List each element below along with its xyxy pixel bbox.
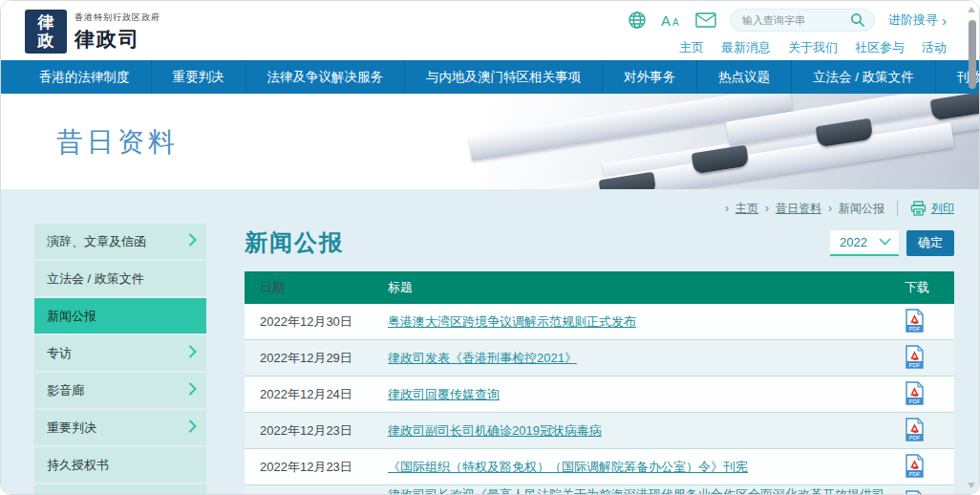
sidebar-item-llp-for-law-firms[interactable]: 律师行有限法律责任合伙经营模式 (34, 484, 206, 495)
sidebar-item-speeches-articles-letters[interactable]: 演辞、文章及信函 (34, 224, 206, 261)
row-date: 2022年12月23日 (245, 422, 388, 440)
quick-link-news[interactable]: 最新消息 (721, 39, 771, 56)
brand-text: 香港特别行政区政府 律政司 (75, 11, 160, 53)
quick-link-about[interactable]: 关于我们 (788, 39, 838, 56)
nav-item-legco-policy-papers[interactable]: 立法会 / 政策文件 (791, 60, 935, 94)
main-navigation: 香港的法律制度 重要判决 法律及争议解决服务 与内地及澳门特区相关事项 对外事务… (1, 60, 979, 94)
press-release-link[interactable]: 律政司发表《香港刑事检控2021》 (388, 351, 577, 365)
sidebar-item-label: 影音廊 (47, 383, 84, 398)
nav-item-legal-dispute-services[interactable]: 法律及争议解决服务 (245, 60, 405, 94)
svg-text:A: A (672, 17, 679, 28)
pdf-download-icon[interactable]: PDF (905, 418, 925, 444)
pdf-download-icon[interactable]: PDF (905, 381, 925, 408)
banner-photo-documents (487, 94, 979, 189)
press-release-link[interactable]: 律政司副司长司机确诊2019冠状病毒病 (388, 423, 602, 438)
quick-link-events[interactable]: 活动 (922, 39, 947, 56)
table-row: 2022年12月29日 律政司发表《香港刑事检控2021》 PDF (245, 340, 954, 377)
sidebar-item-legco-policy-papers[interactable]: 立法会 / 政策文件 (34, 261, 206, 298)
pdf-download-icon[interactable]: PDF (905, 490, 925, 495)
quick-link-home[interactable]: 主页 (679, 39, 704, 56)
department-name: 律政司 (75, 26, 160, 53)
printer-icon (910, 201, 927, 216)
pdf-download-icon[interactable]: PDF (905, 309, 925, 335)
chevron-right-icon: › (942, 12, 947, 29)
svg-text:PDF: PDF (909, 325, 921, 331)
contact-mail-icon[interactable] (695, 10, 716, 31)
sidebar-item-interviews[interactable]: 专访 (34, 335, 206, 373)
print-label: 列印 (931, 201, 954, 217)
confirm-button[interactable]: 确定 (906, 230, 954, 256)
breadcrumb-current-press-releases: 新闻公报 (839, 201, 884, 217)
svg-text:PDF: PDF (909, 398, 921, 403)
content-area: › 主页 › 昔日资料 › 新闻公报 列印 演辞、文章及信函 (1, 189, 979, 495)
year-select[interactable]: 2022 (830, 230, 899, 256)
nav-item-legal-system[interactable]: 香港的法律制度 (1, 60, 151, 94)
column-header-date: 日期 (245, 279, 388, 296)
breadcrumb-separator: › (765, 202, 769, 215)
search-icon[interactable] (849, 11, 866, 29)
font-size-icon[interactable]: A A (661, 10, 682, 31)
nav-item-external-affairs[interactable]: 对外事务 (602, 60, 696, 94)
table-row: 2022年12月24日 律政司回覆传媒查询 PDF (245, 377, 954, 413)
press-release-link[interactable]: 律政司司长欢迎《最高人民法院关于为前海深港现代服务业合作区全面深化改革开放提供司… (388, 487, 884, 495)
sidebar-menu: 演辞、文章及信函 立法会 / 政策文件 新闻公报 专访 (34, 224, 206, 495)
scrollbar-down-arrow[interactable] (968, 483, 975, 488)
vertical-scrollbar[interactable] (967, 5, 976, 490)
chevron-right-icon (188, 345, 197, 362)
table-row: 2022年12月30日 粤港澳大湾区跨境争议调解示范规则正式发布 PDF (245, 304, 954, 340)
quick-links: 主页 最新消息 关于我们 社区参与 活动 (627, 39, 947, 56)
breadcrumb-home[interactable]: 主页 (735, 201, 758, 217)
government-label: 香港特别行政区政府 (75, 11, 160, 24)
seal-char-top: 律 (38, 13, 54, 32)
seal-char-bottom: 政 (38, 32, 54, 50)
advanced-search-link[interactable]: 进阶搜寻 › (888, 11, 947, 29)
sidebar-item-press-releases[interactable]: 新闻公报 (34, 298, 206, 335)
site-header: 律 政 香港特别行政区政府 律政司 A A (1, 1, 979, 60)
press-releases-table: 日期 标题 下载 2022年12月30日 粤港澳大湾区跨境争议调解示范规则正式发… (245, 271, 954, 495)
quick-link-community[interactable]: 社区参与 (855, 39, 905, 56)
site-logo[interactable]: 律 政 香港特别行政区政府 律政司 (25, 10, 160, 54)
nav-item-mainland-macao-matters[interactable]: 与内地及澳门特区相关事项 (404, 60, 602, 94)
breadcrumb-separator: › (828, 202, 832, 215)
page-title: 新闻公报 (245, 227, 344, 258)
sidebar-item-label: 持久授权书 (47, 458, 109, 472)
print-button[interactable]: 列印 (910, 201, 954, 217)
sidebar-item-media-gallery[interactable]: 影音廊 (34, 373, 206, 410)
pdf-download-icon[interactable]: PDF (905, 454, 925, 481)
svg-text:A: A (661, 12, 671, 29)
utility-row: A A (627, 9, 947, 32)
breadcrumb: › 主页 › 昔日资料 › 新闻公报 列印 (34, 197, 954, 220)
table-row: 2022年12月23日 律政司副司长司机确诊2019冠状病毒病 PDF (245, 413, 954, 449)
language-globe-icon[interactable] (627, 10, 648, 31)
search-box (730, 9, 875, 32)
chevron-right-icon (188, 233, 197, 250)
nav-item-key-judgments[interactable]: 重要判决 (151, 60, 245, 94)
press-release-link[interactable]: 粤港澳大湾区跨境争议调解示范规则正式发布 (388, 314, 636, 329)
sidebar-item-key-judgments[interactable]: 重要判决 (34, 410, 206, 447)
year-filter: 2022 确定 (830, 230, 954, 256)
chevron-right-icon (188, 420, 197, 437)
table-header-row: 日期 标题 下载 (245, 271, 954, 304)
sidebar-item-label: 专访 (47, 346, 72, 360)
breadcrumb-past-records[interactable]: 昔日资料 (776, 201, 821, 217)
scrollbar-up-arrow[interactable] (968, 7, 975, 12)
row-date: 2022年12月29日 (245, 350, 388, 367)
row-date: 2022年12月30日 (245, 313, 388, 331)
advanced-search-label: 进阶搜寻 (888, 11, 938, 29)
row-date: 2022年12月23日 (245, 459, 388, 476)
svg-text:PDF: PDF (909, 470, 921, 476)
scrollbar-thumb[interactable] (969, 20, 976, 89)
chevron-down-icon (879, 238, 891, 246)
pdf-download-icon[interactable]: PDF (905, 345, 925, 372)
column-header-title: 标题 (388, 279, 905, 296)
search-input[interactable] (742, 14, 849, 26)
press-release-link[interactable]: 律政司回覆传媒查询 (388, 387, 500, 401)
sidebar-item-label: 演辞、文章及信函 (47, 234, 146, 248)
row-date: 2022年12月24日 (245, 386, 388, 403)
press-release-link[interactable]: 《国际组织（特权及豁免权）（国际调解院筹备办公室）令》刊宪 (388, 460, 748, 474)
header-utilities: A A (627, 9, 947, 56)
table-row: 2022年12月23日 《国际组织（特权及豁免权）（国际调解院筹备办公室）令》刊… (245, 449, 954, 485)
sidebar-item-enduring-powers-of-attorney[interactable]: 持久授权书 (34, 447, 206, 484)
nav-item-hot-topics[interactable]: 热点议题 (696, 60, 791, 94)
doj-website-window: 律 政 香港特别行政区政府 律政司 A A (0, 0, 980, 495)
